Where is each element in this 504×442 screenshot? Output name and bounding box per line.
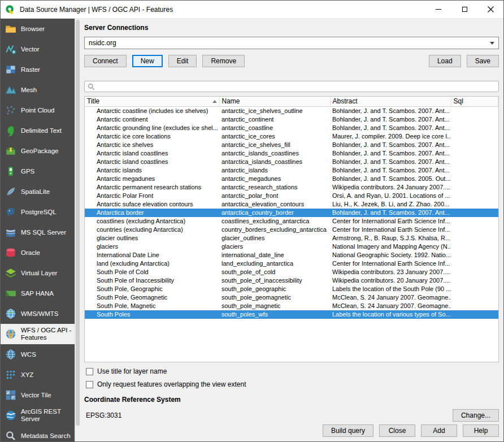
cell-abstract: Center for International Earth Science I… [330, 226, 451, 234]
table-row[interactable]: South Pole, Geographicsouth_pole_geograp… [85, 285, 498, 293]
sidebar-item-ms-sql-server[interactable]: MS SQL Server [1, 222, 75, 242]
table-row[interactable]: Antarctic permanent research stationsant… [85, 183, 498, 192]
table-row[interactable]: Antarctica borderantarctica_country_bord… [85, 209, 498, 217]
cell-abstract: Labels the location of the South Pole (9… [330, 285, 451, 293]
server-connections-label: Server Connections [84, 24, 499, 32]
table-row[interactable]: Antarctic ice core locationsantarctic_ic… [85, 132, 498, 141]
sidebar-item-wms-wmts[interactable]: WMS/WMTS [1, 304, 75, 324]
column-header-title[interactable]: Title [85, 97, 219, 106]
column-header-label: Sql [454, 97, 463, 105]
cell-abstract: Center for International Earth Science I… [330, 259, 451, 268]
sidebar-item-sap-hana[interactable]: SAP HANA [1, 283, 75, 304]
table-row[interactable]: Antarctic grounding line (excludes ice s… [85, 124, 498, 132]
sidebar-item-label: WFS / OGC API - Features [21, 327, 73, 341]
cell-name: antarctic_ice_cores [219, 132, 330, 141]
cell-sql [451, 302, 498, 310]
sidebar-item-point-cloud[interactable]: Point Cloud [1, 100, 75, 120]
dialog-buttons: Build query Close Add Help [84, 424, 499, 438]
sidebar-item-vector[interactable]: Vector [1, 39, 75, 59]
close-dialog-button[interactable]: Close [379, 424, 415, 437]
load-button[interactable]: Load [429, 55, 461, 67]
sidebar-item-geopackage[interactable]: GeoPackage [1, 141, 75, 161]
cell-name: south_pole_geographic [219, 285, 330, 293]
cell-sql [451, 251, 498, 259]
sidebar-item-wfs-ogc-api-features[interactable]: WFS / OGC API - Features [1, 324, 75, 344]
remove-button[interactable]: Remove [202, 55, 245, 67]
crs-change-button[interactable]: Change... [453, 409, 499, 422]
server-connection-select[interactable]: nsidc.org [84, 37, 499, 49]
sidebar-item-label: WCS [21, 351, 36, 358]
sidebar-item-xyz[interactable]: XYZ [1, 365, 75, 385]
table-row[interactable]: South Pole, Magneticsouth_pole_magneticM… [85, 302, 498, 310]
table-row[interactable]: Antarctic coastline (includes ice shelve… [85, 106, 498, 115]
table-row[interactable]: coastlines (excluding Antarctica)coastli… [85, 217, 498, 226]
maximize-button[interactable] [451, 1, 477, 19]
cell-abstract: National Geographic Society. 1992. Natio… [330, 251, 451, 259]
edit-button[interactable]: Edit [168, 55, 197, 67]
sidebar-item-raster[interactable]: Raster [1, 59, 75, 80]
sidebar-item-virtual-layer[interactable]: Virtual Layer [1, 263, 75, 283]
table-row[interactable]: land (excluding Antarctica)land_excludin… [85, 259, 498, 268]
only-overlapping-checkbox[interactable] [86, 381, 93, 388]
table-row[interactable]: Antarctic suface elevation contoursantar… [85, 200, 498, 209]
table-row[interactable]: International Date Lineinternational_dat… [85, 251, 498, 259]
filter-search-field[interactable] [84, 81, 499, 92]
sidebar-item-gps[interactable]: GPS [1, 161, 75, 181]
column-header-sql[interactable]: Sql [451, 97, 498, 106]
table-row[interactable]: countries (excluding Antarctica)country_… [85, 226, 498, 234]
sidebar-item-postgresql[interactable]: PostgreSQL [1, 202, 75, 222]
only-overlapping-option[interactable]: Only request features overlapping the vi… [86, 380, 499, 388]
help-button[interactable]: Help [463, 424, 499, 437]
sidebar-item-vector-tile[interactable]: Vector Tile [1, 385, 75, 405]
sidebar-item-spatialite[interactable]: SpatiaLite [1, 181, 75, 202]
column-header-name[interactable]: Name [219, 97, 330, 106]
table-row[interactable]: Antarctic ice shelvesantarctic_ice_shelv… [85, 141, 498, 149]
use-title-option[interactable]: Use title for layer name [86, 367, 499, 375]
table-row[interactable]: Antarctic megadunesantarctic_megadunesBo… [85, 175, 498, 183]
use-title-checkbox[interactable] [86, 368, 93, 375]
cell-title: South Pole, Geomagnetic [85, 293, 219, 302]
save-button[interactable]: Save [467, 55, 499, 67]
table-row[interactable]: Antarctic Polar Frontantarctic_polar_fro… [85, 192, 498, 200]
table-row[interactable]: South Pole of Inaccessibilitysouth_pole_… [85, 276, 498, 285]
sidebar-item-browser[interactable]: Browser [1, 19, 75, 39]
sidebar-item-arcgis-rest-server[interactable]: ArcGIS REST Server [1, 405, 75, 426]
table-row[interactable]: glaciersglaciersNational Imagery and Map… [85, 242, 498, 251]
cell-abstract: Bohlander, J. and T. Scambos. 2007. Ant.… [330, 149, 451, 158]
new-button[interactable]: New [132, 55, 163, 67]
sidebar-item-label: PostgreSQL [21, 209, 57, 216]
table-row[interactable]: glacier outlinesglacier_outlinesArmstron… [85, 234, 498, 242]
cell-sql [451, 192, 498, 200]
virtual-layer-icon [5, 267, 17, 279]
sidebar-item-oracle[interactable]: Oracle [1, 242, 75, 263]
cell-abstract: Bohlander, J. and T. Scambos. 2007. Ant.… [330, 209, 451, 217]
cell-sql [451, 217, 498, 226]
table-row[interactable]: South Polessouth_poles_wfsLabels the loc… [85, 310, 498, 319]
close-button[interactable] [477, 1, 503, 19]
add-button[interactable]: Add [421, 424, 457, 437]
sidebar-item-metadata-search[interactable]: Metadata Search [1, 426, 75, 441]
table-row[interactable]: Antarctic island coastlinesantarctica_is… [85, 158, 498, 166]
scrollbar-thumb[interactable] [76, 20, 80, 426]
cell-name: antarctica_islands_coastlines [219, 158, 330, 166]
sidebar-scrollbar[interactable] [75, 19, 80, 441]
search-input[interactable] [98, 82, 496, 91]
table-row[interactable]: Antarctic continentantarctic_continentBo… [85, 115, 498, 124]
column-header-abstract[interactable]: Abstract [330, 97, 451, 106]
cell-abstract: Bohlander, J. and T. Scambos. 2007. Ant.… [330, 115, 451, 124]
table-row[interactable]: Antarctic island coastlinesantarctic_isl… [85, 149, 498, 158]
sap-hana-icon [5, 287, 17, 300]
cell-title: countries (excluding Antarctica) [85, 226, 219, 234]
table-row[interactable]: Antarctic islandsantarctic_islandsBohlan… [85, 166, 498, 175]
server-connection-value: nsidc.org [89, 39, 116, 47]
minimize-button[interactable] [425, 1, 451, 19]
sidebar-item-wcs[interactable]: WCS [1, 344, 75, 365]
build-query-button[interactable]: Build query [323, 424, 373, 437]
table-row[interactable]: South Pole, Geomagneticsouth_pole_geomag… [85, 293, 498, 302]
sidebar-item-delimited-text[interactable]: Delimited Text [1, 120, 75, 141]
cell-sql [451, 276, 498, 285]
sidebar-item-mesh[interactable]: Mesh [1, 80, 75, 100]
table-row[interactable]: South Pole of Coldsouth_pole_of_coldWiki… [85, 268, 498, 276]
connect-button[interactable]: Connect [84, 55, 127, 67]
maximize-icon [462, 7, 467, 12]
